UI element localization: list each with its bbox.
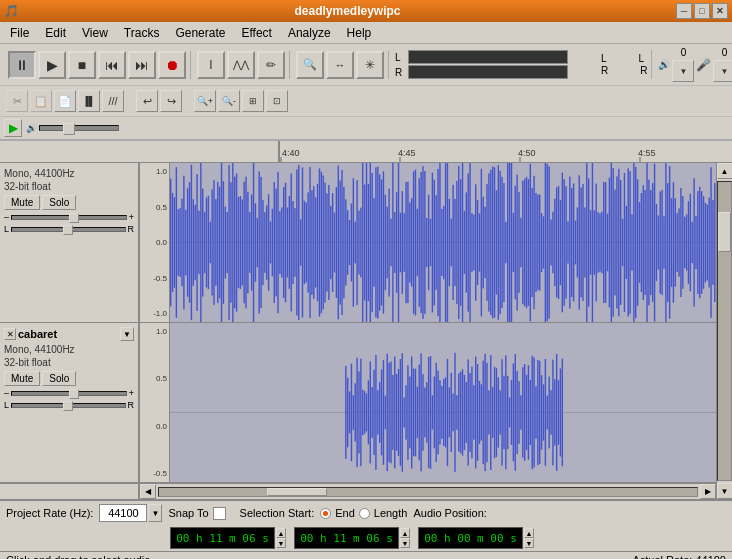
zoom-in-button[interactable]: 🔍+ [194, 90, 216, 112]
svg-rect-163 [464, 211, 465, 274]
draw-tool[interactable]: ✏ [257, 51, 285, 79]
record-button[interactable]: ⏺ [158, 51, 186, 79]
audio-pos-time-display[interactable]: 00 h 00 m 00 s [418, 527, 523, 549]
redo-button[interactable]: ↪ [160, 90, 182, 112]
track-1-gain-thumb[interactable] [69, 213, 79, 223]
track-2-pan-slider[interactable] [11, 403, 125, 408]
svg-rect-81 [309, 167, 310, 318]
zoom-out-button[interactable]: 🔍- [218, 90, 240, 112]
undo-button[interactable]: ↩ [136, 90, 158, 112]
output-dropdown[interactable]: ▼ [672, 60, 694, 82]
menu-help[interactable]: Help [339, 24, 380, 42]
skip-back-button[interactable]: ⏮ [98, 51, 126, 79]
track-1-mute-button[interactable]: Mute [4, 195, 40, 210]
snap-area: Snap To [168, 507, 225, 520]
pause-button[interactable]: ⏸ [8, 51, 36, 79]
track-2-close-button[interactable]: ✕ [4, 328, 16, 340]
sel-end-time-display[interactable]: 00 h 11 m 06 s [294, 527, 399, 549]
svg-rect-307 [360, 359, 361, 466]
track-2-pan-thumb[interactable] [63, 401, 73, 411]
sel-end-time-wrap: 00 h 11 m 06 s ▲ ▼ [294, 527, 410, 549]
selection-tool[interactable]: I [197, 51, 225, 79]
input-dropdown[interactable]: ▼ [713, 60, 732, 82]
scroll-down-button[interactable]: ▼ [717, 483, 733, 499]
copy-button[interactable]: 📋 [30, 90, 52, 112]
track-2-waveform[interactable]: 1.0 0.5 0.0 -0.5 [140, 323, 716, 482]
scroll-up-button[interactable]: ▲ [717, 163, 733, 179]
menu-generate[interactable]: Generate [167, 24, 233, 42]
svg-rect-390 [516, 371, 517, 454]
stop-button[interactable]: ■ [68, 51, 96, 79]
track-1-pan-slider[interactable] [11, 227, 125, 232]
svg-rect-71 [290, 174, 291, 312]
scroll-left-button[interactable]: ◀ [140, 484, 156, 499]
svg-rect-213 [558, 186, 559, 299]
menu-edit[interactable]: Edit [37, 24, 74, 42]
track-2-gain-slider[interactable] [11, 391, 127, 396]
track-2-dropdown-button[interactable]: ▼ [120, 327, 134, 341]
scroll-right-button[interactable]: ▶ [700, 484, 716, 499]
svg-rect-190 [515, 186, 516, 299]
track-1-pan-row: L R [4, 224, 134, 234]
volume-slider-thumb[interactable] [63, 123, 75, 135]
svg-rect-245 [618, 169, 619, 317]
play-button[interactable]: ▶ [38, 51, 66, 79]
zoom-sel-button[interactable]: ⊞ [242, 90, 264, 112]
track-2-solo-button[interactable]: Solo [42, 371, 76, 386]
sel-start-time-display[interactable]: 00 h 11 m 06 s [170, 527, 275, 549]
cut-button[interactable]: ✂ [6, 90, 28, 112]
project-rate-input[interactable] [99, 504, 147, 522]
trim-button[interactable]: ▐▌ [78, 90, 100, 112]
track-1-pan-thumb[interactable] [63, 225, 73, 235]
track-1-solo-button[interactable]: Solo [42, 195, 76, 210]
menu-file[interactable]: File [2, 24, 37, 42]
envelope-tool[interactable]: ⋀⋀ [227, 51, 255, 79]
svg-rect-193 [520, 218, 521, 267]
svg-rect-362 [464, 375, 465, 450]
svg-rect-21 [196, 174, 197, 311]
scroll-thumb-v[interactable] [718, 212, 731, 252]
multi-tool[interactable]: ✳ [356, 51, 384, 79]
svg-rect-52 [255, 203, 256, 282]
length-radio-button[interactable] [359, 508, 370, 519]
volume-slider-track[interactable] [39, 125, 119, 131]
svg-rect-209 [550, 219, 551, 265]
zoom-fit-button[interactable]: ⊡ [266, 90, 288, 112]
minimize-button[interactable]: ─ [676, 3, 692, 19]
horizontal-scrollbar[interactable]: ◀ ▶ [0, 483, 716, 499]
track-2-name-row: ✕ cabaret ▼ [4, 327, 134, 341]
sel-end-down-button[interactable]: ▼ [400, 538, 410, 548]
menu-tracks[interactable]: Tracks [116, 24, 168, 42]
sel-start-down-button[interactable]: ▼ [276, 538, 286, 548]
menu-analyze[interactable]: Analyze [280, 24, 339, 42]
svg-rect-40 [232, 163, 233, 322]
zoom-tool[interactable]: 🔍 [296, 51, 324, 79]
svg-rect-74 [296, 170, 297, 316]
audio-pos-up-button[interactable]: ▲ [524, 528, 534, 538]
sel-start-up-button[interactable]: ▲ [276, 528, 286, 538]
svg-rect-95 [336, 187, 337, 298]
snap-to-checkbox[interactable] [213, 507, 226, 520]
audio-pos-down-button[interactable]: ▼ [524, 538, 534, 548]
track-2-gain-thumb[interactable] [69, 389, 79, 399]
silence-button[interactable]: /// [102, 90, 124, 112]
svg-rect-66 [281, 208, 282, 278]
svg-rect-152 [443, 206, 444, 279]
rate-dropdown-button[interactable]: ▼ [148, 504, 162, 522]
track-2-mute-button[interactable]: Mute [4, 371, 40, 386]
track-1-gain-slider[interactable] [11, 215, 127, 220]
vertical-scrollbar[interactable]: ▲ ▼ [716, 163, 732, 499]
menu-effect[interactable]: Effect [233, 24, 279, 42]
scroll-thumb-h[interactable] [267, 488, 327, 496]
close-button[interactable]: ✕ [712, 3, 728, 19]
sel-end-up-button[interactable]: ▲ [400, 528, 410, 538]
menu-view[interactable]: View [74, 24, 116, 42]
maximize-button[interactable]: □ [694, 3, 710, 19]
track-1-waveform[interactable]: 1.0 0.5 0.0 -0.5 -1.0 [140, 163, 716, 322]
end-radio-button[interactable] [320, 508, 331, 519]
skip-fwd-button[interactable]: ⏭ [128, 51, 156, 79]
paste-button[interactable]: 📄 [54, 90, 76, 112]
timeshift-tool[interactable]: ↔ [326, 51, 354, 79]
sel-start-spin-buttons: ▲ ▼ [276, 528, 286, 548]
svg-rect-222 [575, 221, 576, 265]
